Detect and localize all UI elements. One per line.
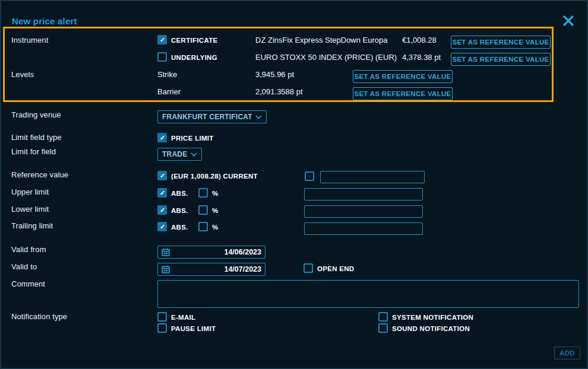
system-notification-label: SYSTEM NOTIFICATION [392,313,473,322]
trailing-pct-checkbox[interactable] [198,222,208,231]
chevron-down-icon [191,152,197,157]
valid-from-input[interactable]: 14/06/2023 [157,246,265,259]
limit-for-field-value: TRADE [162,150,187,158]
chevron-down-icon [255,115,262,119]
reference-custom-input[interactable] [320,171,425,183]
upper-abs-checkbox[interactable] [157,188,167,198]
trading-venue-select[interactable]: FRANKFURT CERTIFICAT… [157,110,267,123]
instrument-label: Instrument [11,36,48,45]
email-checkbox[interactable] [157,312,167,322]
open-end-label: OPEN END [317,264,354,273]
trailing-abs-checkbox[interactable] [157,222,167,231]
trailing-limit-label: Trailing limit [11,221,53,231]
sound-notification-checkbox[interactable] [378,323,388,333]
underlying-checkbox-label: UNDERLYING [171,53,217,62]
lower-abs-checkbox[interactable] [157,205,167,215]
valid-to-value: 14/07/2023 [224,265,261,273]
limit-field-type-label: Limit field type [11,133,62,142]
comment-label: Comment [11,279,45,289]
comment-textarea[interactable] [157,280,579,308]
reference-current-label: (EUR 1,008.28) CURRENT [171,171,258,181]
upper-limit-label: Upper limit [11,187,49,197]
barrier-value: 2,091.3588 pt [255,87,303,97]
calendar-icon [162,248,170,256]
barrier-label: Barrier [157,87,181,97]
calendar-icon [162,265,170,273]
set-reference-certificate-button[interactable]: SET AS REFERENCE VALUE [451,36,551,49]
price-limit-checkbox[interactable] [157,133,167,142]
certificate-checkbox-label: CERTIFICATE [171,36,217,45]
certificate-name: DZ ZinsFix Express StepDown Europa [255,36,388,45]
certificate-checkbox[interactable] [157,35,167,44]
upper-pct-checkbox[interactable] [198,188,208,198]
pause-limit-label: PAUSE LIMIT [171,324,216,333]
reference-custom-checkbox[interactable] [305,171,314,181]
sound-notification-label: SOUND NOTIFICATION [392,324,470,333]
set-reference-strike-button[interactable]: SET AS REFERENCE VALUE [353,70,453,83]
new-price-alert-dialog: New price alert Instrument Levels CERTIF… [0,0,588,369]
upper-limit-input[interactable] [304,188,423,201]
reference-current-checkbox[interactable] [157,171,167,180]
lower-limit-input[interactable] [304,205,423,218]
trailing-abs-label: ABS. [171,222,188,232]
add-button[interactable]: ADD [554,346,580,360]
open-end-checkbox[interactable] [304,263,313,273]
limit-for-field-select[interactable]: TRADE [157,148,202,161]
price-limit-label: PRICE LIMIT [171,133,214,143]
close-icon[interactable] [562,14,575,27]
lower-pct-checkbox[interactable] [198,205,208,215]
limit-for-field-label: Limit for field [11,147,56,157]
page-title: New price alert [12,16,77,26]
strike-value: 3,945.96 pt [255,70,294,79]
trailing-pct-label: % [212,222,219,232]
lower-abs-label: ABS. [171,206,188,215]
certificate-price: €1,008.28 [402,36,437,45]
set-reference-barrier-button[interactable]: SET AS REFERENCE VALUE [353,87,453,100]
lower-pct-label: % [212,206,219,215]
strike-label: Strike [157,70,177,79]
pause-limit-checkbox[interactable] [157,323,167,333]
system-notification-checkbox[interactable] [378,312,388,322]
upper-abs-label: ABS. [171,189,188,198]
notification-type-label: Notification type [11,312,67,322]
upper-pct-label: % [212,189,219,198]
reference-value-label: Reference value [11,170,68,180]
levels-label: Levels [11,70,34,79]
trading-venue-value: FRANKFURT CERTIFICAT… [162,113,252,121]
valid-from-value: 14/06/2023 [224,248,261,256]
valid-to-input[interactable]: 14/07/2023 [157,263,265,276]
underlying-name: EURO STOXX 50 INDEX (PRICE) (EUR) [255,53,397,62]
underlying-checkbox[interactable] [157,52,167,62]
lower-limit-label: Lower limit [11,205,49,214]
email-label: E-MAIL [171,313,195,322]
trailing-limit-input[interactable] [304,222,423,235]
set-reference-underlying-button[interactable]: SET AS REFERENCE VALUE [451,53,551,66]
valid-to-label: Valid to [11,262,37,272]
valid-from-label: Valid from [11,245,46,255]
trading-venue-label: Trading venue [11,110,61,120]
underlying-price: 4,378.38 pt [402,53,441,62]
